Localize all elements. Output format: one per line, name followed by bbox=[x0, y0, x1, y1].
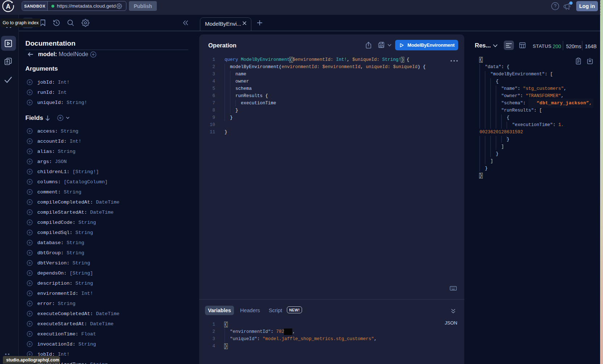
svg-text:A: A bbox=[6, 3, 11, 10]
